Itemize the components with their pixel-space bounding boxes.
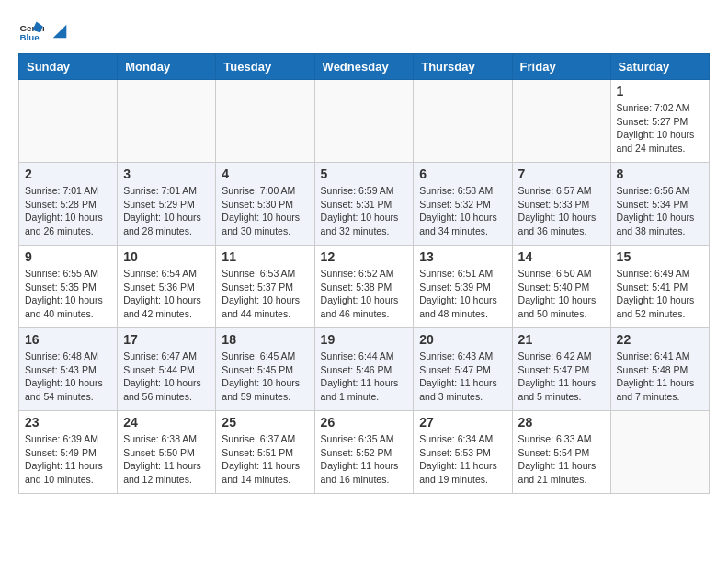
calendar-cell: 10Sunrise: 6:54 AM Sunset: 5:36 PM Dayli… — [118, 246, 216, 328]
calendar-cell: 27Sunrise: 6:34 AM Sunset: 5:53 PM Dayli… — [414, 411, 512, 494]
day-number: 4 — [222, 167, 308, 181]
day-info: Sunrise: 6:59 AM Sunset: 5:31 PM Dayligh… — [321, 184, 408, 238]
weekday-header-row: SundayMondayTuesdayWednesdayThursdayFrid… — [19, 54, 710, 80]
day-number: 2 — [25, 167, 111, 181]
day-info: Sunrise: 7:00 AM Sunset: 5:30 PM Dayligh… — [222, 184, 308, 238]
calendar-cell: 24Sunrise: 6:38 AM Sunset: 5:50 PM Dayli… — [118, 411, 216, 494]
calendar-cell: 7Sunrise: 6:57 AM Sunset: 5:33 PM Daylig… — [512, 163, 610, 246]
day-info: Sunrise: 6:49 AM Sunset: 5:41 PM Dayligh… — [617, 267, 703, 321]
day-info: Sunrise: 6:43 AM Sunset: 5:47 PM Dayligh… — [419, 350, 506, 404]
day-info: Sunrise: 6:52 AM Sunset: 5:38 PM Dayligh… — [321, 267, 408, 321]
calendar-cell — [610, 411, 709, 494]
day-number: 24 — [123, 415, 210, 430]
calendar-cell: 26Sunrise: 6:35 AM Sunset: 5:52 PM Dayli… — [314, 411, 414, 494]
day-info: Sunrise: 6:57 AM Sunset: 5:33 PM Dayligh… — [518, 184, 605, 238]
calendar-cell: 21Sunrise: 6:42 AM Sunset: 5:47 PM Dayli… — [512, 328, 610, 411]
week-row-5: 23Sunrise: 6:39 AM Sunset: 5:49 PM Dayli… — [19, 411, 710, 494]
day-info: Sunrise: 6:37 AM Sunset: 5:51 PM Dayligh… — [222, 432, 308, 487]
day-number: 10 — [123, 249, 210, 264]
calendar-cell: 25Sunrise: 6:37 AM Sunset: 5:51 PM Dayli… — [216, 411, 314, 494]
weekday-header-friday: Friday — [512, 54, 610, 80]
calendar-cell: 5Sunrise: 6:59 AM Sunset: 5:31 PM Daylig… — [314, 163, 414, 246]
day-info: Sunrise: 6:56 AM Sunset: 5:34 PM Dayligh… — [617, 184, 703, 238]
week-row-4: 16Sunrise: 6:48 AM Sunset: 5:43 PM Dayli… — [19, 328, 710, 411]
day-number: 12 — [321, 249, 408, 264]
day-number: 19 — [321, 332, 408, 347]
day-info: Sunrise: 6:47 AM Sunset: 5:44 PM Dayligh… — [123, 350, 210, 404]
calendar-cell: 15Sunrise: 6:49 AM Sunset: 5:41 PM Dayli… — [610, 246, 709, 328]
calendar-cell — [19, 80, 118, 163]
calendar-cell: 17Sunrise: 6:47 AM Sunset: 5:44 PM Dayli… — [118, 328, 216, 411]
day-info: Sunrise: 6:51 AM Sunset: 5:39 PM Dayligh… — [419, 267, 506, 321]
logo-icon: General Blue — [18, 18, 44, 44]
day-number: 28 — [518, 415, 605, 430]
weekday-header-sunday: Sunday — [19, 54, 118, 80]
weekday-header-saturday: Saturday — [610, 54, 709, 80]
calendar-cell: 8Sunrise: 6:56 AM Sunset: 5:34 PM Daylig… — [610, 163, 709, 246]
day-number: 6 — [419, 167, 506, 181]
day-number: 27 — [419, 415, 506, 430]
day-number: 25 — [222, 415, 308, 430]
calendar-cell — [314, 80, 414, 163]
calendar-cell — [512, 80, 610, 163]
day-info: Sunrise: 6:53 AM Sunset: 5:37 PM Dayligh… — [222, 267, 308, 321]
svg-marker-2 — [53, 25, 67, 39]
week-row-1: 1Sunrise: 7:02 AM Sunset: 5:27 PM Daylig… — [19, 80, 710, 163]
day-number: 21 — [518, 332, 605, 347]
day-number: 1 — [617, 84, 703, 98]
day-info: Sunrise: 6:38 AM Sunset: 5:50 PM Dayligh… — [123, 432, 210, 487]
weekday-header-wednesday: Wednesday — [314, 54, 414, 80]
weekday-header-tuesday: Tuesday — [216, 54, 314, 80]
svg-text:Blue: Blue — [19, 32, 40, 42]
week-row-3: 9Sunrise: 6:55 AM Sunset: 5:35 PM Daylig… — [19, 246, 710, 328]
day-number: 20 — [419, 332, 506, 347]
day-info: Sunrise: 6:45 AM Sunset: 5:45 PM Dayligh… — [222, 350, 308, 404]
day-info: Sunrise: 6:54 AM Sunset: 5:36 PM Dayligh… — [123, 267, 210, 321]
logo-triangle-icon — [50, 21, 70, 41]
day-number: 3 — [123, 167, 210, 181]
day-info: Sunrise: 6:50 AM Sunset: 5:40 PM Dayligh… — [518, 267, 605, 321]
day-number: 17 — [123, 332, 210, 347]
day-number: 15 — [617, 249, 703, 264]
day-info: Sunrise: 6:41 AM Sunset: 5:48 PM Dayligh… — [617, 350, 703, 404]
day-number: 5 — [321, 167, 408, 181]
day-number: 9 — [25, 249, 111, 264]
calendar-cell: 20Sunrise: 6:43 AM Sunset: 5:47 PM Dayli… — [414, 328, 512, 411]
day-number: 18 — [222, 332, 308, 347]
calendar-cell: 19Sunrise: 6:44 AM Sunset: 5:46 PM Dayli… — [314, 328, 414, 411]
week-row-2: 2Sunrise: 7:01 AM Sunset: 5:28 PM Daylig… — [19, 163, 710, 246]
page-header: General Blue — [18, 18, 710, 44]
day-number: 8 — [617, 167, 703, 181]
calendar-cell: 18Sunrise: 6:45 AM Sunset: 5:45 PM Dayli… — [216, 328, 314, 411]
weekday-header-monday: Monday — [118, 54, 216, 80]
day-info: Sunrise: 7:01 AM Sunset: 5:29 PM Dayligh… — [123, 184, 210, 238]
day-info: Sunrise: 6:58 AM Sunset: 5:32 PM Dayligh… — [419, 184, 506, 238]
day-number: 22 — [617, 332, 703, 347]
day-info: Sunrise: 6:33 AM Sunset: 5:54 PM Dayligh… — [518, 432, 605, 487]
day-number: 11 — [222, 249, 308, 264]
calendar-cell: 2Sunrise: 7:01 AM Sunset: 5:28 PM Daylig… — [19, 163, 118, 246]
day-info: Sunrise: 6:48 AM Sunset: 5:43 PM Dayligh… — [25, 350, 111, 404]
day-info: Sunrise: 6:39 AM Sunset: 5:49 PM Dayligh… — [25, 432, 111, 487]
calendar-cell: 12Sunrise: 6:52 AM Sunset: 5:38 PM Dayli… — [314, 246, 414, 328]
calendar-cell: 4Sunrise: 7:00 AM Sunset: 5:30 PM Daylig… — [216, 163, 314, 246]
day-info: Sunrise: 7:02 AM Sunset: 5:27 PM Dayligh… — [617, 101, 703, 155]
calendar-cell — [118, 80, 216, 163]
calendar-cell — [216, 80, 314, 163]
calendar-cell: 11Sunrise: 6:53 AM Sunset: 5:37 PM Dayli… — [216, 246, 314, 328]
calendar-cell: 9Sunrise: 6:55 AM Sunset: 5:35 PM Daylig… — [19, 246, 118, 328]
calendar-cell: 16Sunrise: 6:48 AM Sunset: 5:43 PM Dayli… — [19, 328, 118, 411]
day-number: 7 — [518, 167, 605, 181]
day-number: 23 — [25, 415, 111, 430]
day-info: Sunrise: 6:55 AM Sunset: 5:35 PM Dayligh… — [25, 267, 111, 321]
weekday-header-thursday: Thursday — [414, 54, 512, 80]
day-number: 13 — [419, 249, 506, 264]
day-number: 16 — [25, 332, 111, 347]
day-info: Sunrise: 6:44 AM Sunset: 5:46 PM Dayligh… — [321, 350, 408, 404]
calendar-table: SundayMondayTuesdayWednesdayThursdayFrid… — [18, 53, 710, 494]
calendar-cell: 3Sunrise: 7:01 AM Sunset: 5:29 PM Daylig… — [118, 163, 216, 246]
calendar-cell — [414, 80, 512, 163]
logo: General Blue — [18, 18, 72, 44]
calendar-cell: 22Sunrise: 6:41 AM Sunset: 5:48 PM Dayli… — [610, 328, 709, 411]
day-info: Sunrise: 6:42 AM Sunset: 5:47 PM Dayligh… — [518, 350, 605, 404]
